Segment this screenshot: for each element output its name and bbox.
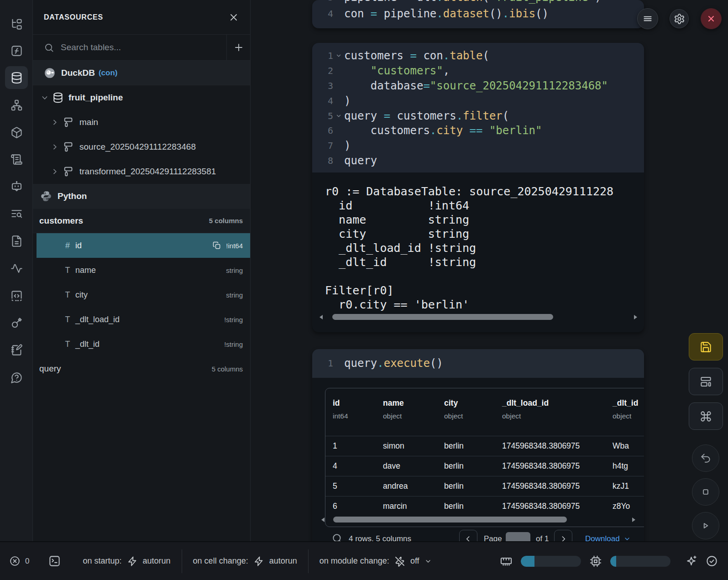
code-line-5[interactable]: 5query = customers.filter( <box>318 108 644 123</box>
marimo-notebook-window: DATASOURCES DuckDB (con) fruit_pipeline … <box>0 0 728 580</box>
cell-2-editor[interactable]: 1customers = con.table(2 "customers",3 d… <box>312 43 644 172</box>
table-customers[interactable]: customers 5 columns <box>33 209 250 233</box>
activity-snippets-icon[interactable] <box>5 284 28 307</box>
result-cell: 1745968348.3806975 <box>502 502 580 511</box>
result-cell: berlin <box>444 481 464 491</box>
status-on-module-change[interactable]: on module change: off <box>308 549 443 573</box>
scroll-right-icon[interactable] <box>632 517 635 522</box>
activity-help-icon[interactable] <box>5 366 28 389</box>
activity-logs-icon[interactable] <box>5 148 28 171</box>
page-number-select[interactable] <box>506 532 530 541</box>
code-line-4[interactable]: 4con = pipeline.dataset().ibis() <box>318 5 644 22</box>
command-palette-button[interactable] <box>689 402 723 430</box>
code-line-2[interactable]: 2 "customers", <box>318 63 644 78</box>
activity-ai-chat-icon[interactable] <box>5 175 28 198</box>
shutdown-button[interactable] <box>701 8 722 29</box>
ai-sparkles-icon[interactable] <box>685 555 697 567</box>
scroll-right-icon[interactable] <box>634 315 637 319</box>
code-line-8[interactable]: 8query <box>318 153 644 168</box>
undo-button[interactable] <box>692 444 719 472</box>
result-cell: 1 <box>333 441 337 451</box>
status-on-cell-change[interactable]: on cell change: autorun <box>182 549 308 573</box>
close-icon[interactable] <box>227 11 240 24</box>
activity-datasources-icon[interactable] <box>5 66 28 89</box>
zap-off-icon <box>394 556 405 567</box>
code-line-4[interactable]: 4) <box>318 93 644 108</box>
prev-page-button[interactable] <box>459 530 477 541</box>
column-_dlt_id[interactable]: T _dlt_id !string <box>37 332 250 356</box>
cell-menu-button[interactable] <box>637 8 658 29</box>
code-cell-1[interactable]: 3pipeline = dlt.attach("fruit_pipeline")… <box>312 0 644 28</box>
result-col-_dlt_load_id[interactable]: _dlt_load_id <box>502 398 549 408</box>
result-cell: simon <box>383 441 404 451</box>
result-col-id[interactable]: id <box>333 398 340 408</box>
status-on-startup[interactable]: on startup: autorun <box>72 549 181 573</box>
settings-button[interactable] <box>670 9 689 28</box>
database-fruit-pipeline[interactable]: fruit_pipeline <box>33 85 250 110</box>
activity-bar <box>0 0 33 541</box>
code-line-1[interactable]: 1query.execute() <box>318 355 644 371</box>
output-hscrollbar[interactable] <box>326 314 631 320</box>
add-datasource-button[interactable] <box>226 35 250 60</box>
scroll-left-icon[interactable] <box>321 517 325 522</box>
activity-documentation-icon[interactable] <box>5 230 28 252</box>
number-type-icon: # <box>62 241 73 251</box>
errors-icon[interactable] <box>9 555 21 567</box>
save-button[interactable] <box>689 333 723 361</box>
datasources-panel: DATASOURCES DuckDB (con) fruit_pipeline … <box>33 0 251 541</box>
result-cell: 6 <box>333 502 337 511</box>
code-cell-3[interactable]: 1query.execute() idint64nameobjectcityob… <box>312 349 644 541</box>
connection-duckdb[interactable]: DuckDB (con) <box>33 61 250 85</box>
fold-chevron-icon[interactable] <box>333 52 344 59</box>
section-python[interactable]: Python <box>33 184 250 209</box>
column-city[interactable]: T city string <box>37 282 250 307</box>
fold-chevron-icon[interactable] <box>333 113 344 119</box>
schema-main[interactable]: main <box>33 110 250 135</box>
scrollbar-thumb[interactable] <box>332 314 553 320</box>
activity-packages-icon[interactable] <box>5 121 28 144</box>
terminal-button[interactable] <box>48 555 61 567</box>
code-line-1[interactable]: 1customers = con.table( <box>318 48 644 63</box>
code-line-3[interactable]: 3 database="source_202504291112283468" <box>318 78 644 94</box>
activity-file-explorer-icon[interactable] <box>5 13 28 36</box>
column-_dlt_load_id[interactable]: T _dlt_load_id !string <box>37 307 250 332</box>
result-cell: z8Yo <box>613 502 630 511</box>
code-cell-2[interactable]: 1customers = con.table(2 "customers",3 d… <box>312 43 644 332</box>
activity-secrets-icon[interactable] <box>5 311 28 334</box>
run-button[interactable] <box>692 512 719 539</box>
table-search-icon[interactable] <box>331 533 343 541</box>
stop-button[interactable] <box>692 478 719 506</box>
column-name[interactable]: T name string <box>37 258 250 282</box>
activity-variables-icon[interactable] <box>5 39 28 62</box>
activity-search-icon[interactable] <box>5 202 28 225</box>
layout-toggle-button[interactable] <box>689 368 723 395</box>
result-col-city[interactable]: city <box>444 398 458 408</box>
notebook-area: 3pipeline = dlt.attach("fruit_pipeline")… <box>251 0 728 541</box>
schema-transformed_202504291112283581[interactable]: transformed_202504291112283581 <box>33 159 250 184</box>
connection-status-icon[interactable] <box>706 555 718 567</box>
datasources-header: DATASOURCES <box>33 0 250 35</box>
code-line-6[interactable]: 6 customers.city == "berlin" <box>318 123 644 138</box>
text-type-icon: T <box>62 290 73 300</box>
column-id[interactable]: # id !int64 <box>37 233 250 258</box>
result-col-_dlt_id[interactable]: _dlt_id <box>613 398 638 408</box>
scrollbar-thumb[interactable] <box>333 517 567 523</box>
next-page-button[interactable] <box>554 530 572 541</box>
code-line-3[interactable]: 3pipeline = dlt.attach("fruit_pipeline") <box>318 0 644 5</box>
copy-icon[interactable] <box>212 241 221 250</box>
table-hscrollbar[interactable] <box>328 517 629 523</box>
table-query[interactable]: query 5 columns <box>33 356 250 381</box>
activity-scratchpad-icon[interactable] <box>5 339 28 361</box>
zap-icon <box>253 556 264 567</box>
code-line-7[interactable]: 7) <box>318 138 644 153</box>
cell-3-editor[interactable]: 1query.execute() <box>312 349 644 378</box>
activity-dependency-graph-icon[interactable] <box>5 94 28 116</box>
search-input[interactable] <box>61 42 226 52</box>
schema-source_202504291112283468[interactable]: source_202504291112283468 <box>33 135 250 159</box>
activity-tracing-icon[interactable] <box>5 257 28 280</box>
download-link[interactable]: Download <box>585 534 631 541</box>
ram-icon <box>500 555 513 568</box>
scroll-left-icon[interactable] <box>319 315 323 319</box>
result-col-name[interactable]: name <box>383 398 404 408</box>
result-cell: andrea <box>383 481 408 491</box>
